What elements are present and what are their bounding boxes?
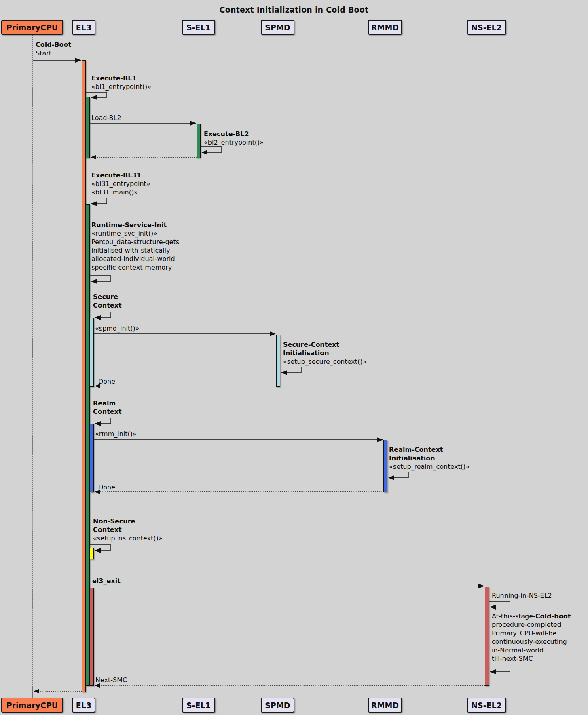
label-el3-exit: el3_exit — [92, 577, 121, 585]
label-next-smc: Next-SMC — [95, 676, 127, 684]
message-line: Percpu_data-structure-gets — [91, 238, 179, 246]
message-line: Start — [36, 49, 71, 57]
participant-el3-bottom: EL3 — [72, 698, 95, 713]
label-cold-boot-start: Cold-Boot Start — [36, 40, 71, 57]
message-line: till-next-SMC — [492, 654, 571, 663]
message-line: Context — [93, 407, 122, 416]
message-line: Realm-Context — [389, 445, 470, 454]
message-line: procedure-completed — [492, 620, 571, 629]
self-arrow-setup-secure — [280, 367, 301, 373]
message-line: Done — [98, 377, 115, 386]
message-line: At-this-stage-Cold-boot — [492, 612, 571, 620]
label-realm-context-init: Realm-Context Initialisation «setup_real… — [389, 445, 470, 471]
message-line: Primary_CPU-will-be — [492, 629, 571, 637]
message-line: Cold-Boot — [36, 40, 71, 49]
self-arrow-runtime-svc-init — [90, 276, 111, 281]
message-line: «setup_realm_context()» — [389, 462, 470, 471]
message-line: «bl1_entrypoint()» — [91, 82, 151, 91]
message-line: Done — [98, 483, 115, 491]
message-line: Execute-BL2 — [204, 130, 264, 138]
message-line-prefix: At-this-stage- — [492, 612, 535, 620]
message-line: continuously-executing — [492, 637, 571, 646]
label-execute-bl31: Execute-BL31 «bl31_entrypoint» «bl31_mai… — [91, 171, 150, 196]
message-line: el3_exit — [92, 577, 121, 585]
message-line: Load-BL2 — [91, 114, 121, 122]
label-load-bl2: Load-BL2 — [91, 114, 121, 122]
participant-ns-el2-bottom: NS-EL2 — [467, 698, 506, 713]
message-line: «rmm_init()» — [95, 430, 137, 438]
message-line: Initialisation — [283, 349, 366, 357]
message-line: Context — [93, 301, 122, 310]
label-cold-boot-done: At-this-stage-Cold-boot procedure-comple… — [492, 612, 571, 663]
message-line: «bl2_entrypoint()» — [204, 138, 264, 147]
label-done-secure: Done — [98, 377, 115, 386]
message-line-bold: Cold-boot — [535, 612, 571, 620]
participant-spmd-bottom: SPMD — [261, 698, 294, 713]
label-ns-context: Non-Secure Context «setup_ns_context()» — [93, 517, 163, 542]
message-line: Context — [93, 525, 163, 534]
message-line: «setup_ns_context()» — [93, 534, 163, 542]
self-arrow-ns-context — [90, 545, 111, 550]
message-line: Runtime-Service-Init — [91, 221, 179, 229]
message-line: Running-in-NS-EL2 — [492, 591, 552, 600]
message-line: initialised-with-statically — [91, 246, 179, 255]
message-line: Execute-BL1 — [91, 74, 151, 82]
message-line: «bl31_main()» — [91, 188, 150, 196]
message-line: Next-SMC — [95, 676, 127, 684]
self-arrow-running-ns-el2 — [489, 601, 510, 607]
label-execute-bl2: Execute-BL2 «bl2_entrypoint()» — [204, 130, 264, 147]
message-line: allocated-individual-world — [91, 255, 179, 263]
message-line: «spmd_init()» — [95, 324, 140, 333]
self-arrow-execute-bl2 — [201, 147, 222, 152]
label-rmm-init: «rmm_init()» — [95, 430, 137, 438]
message-line: Realm — [93, 399, 122, 407]
self-arrow-realm-context — [90, 418, 111, 424]
self-arrow-cold-boot-done — [489, 666, 510, 672]
message-line: «bl31_entrypoint» — [91, 179, 150, 188]
message-line: «setup_secure_context()» — [283, 357, 366, 366]
message-line: «runtime_svc_init()» — [91, 229, 179, 238]
participant-primarycpu-bottom: PrimaryCPU — [1, 698, 63, 713]
label-done-realm: Done — [98, 483, 115, 491]
self-arrow-execute-bl1 — [86, 92, 107, 97]
label-realm-context: Realm Context — [93, 399, 122, 416]
participant-rmmd-bottom: RMMD — [368, 698, 402, 713]
self-arrow-setup-realm — [387, 472, 408, 478]
label-secure-context: Secure Context — [93, 293, 122, 310]
message-line: Non-Secure — [93, 517, 163, 525]
label-running-ns-el2: Running-in-NS-EL2 — [492, 591, 552, 600]
message-line: in-Normal-world — [492, 646, 571, 654]
message-line: Secure-Context — [283, 340, 366, 349]
label-spmd-init: «spmd_init()» — [95, 324, 140, 333]
label-secure-context-init: Secure-Context Initialisation «setup_sec… — [283, 340, 366, 366]
sequence-diagram: Context Initialization in Cold Boot Prim… — [0, 0, 588, 715]
label-execute-bl1: Execute-BL1 «bl1_entrypoint()» — [91, 74, 151, 91]
self-arrow-execute-bl31 — [86, 198, 107, 204]
participant-s-el1-bottom: S-EL1 — [182, 698, 215, 713]
self-arrow-secure-context — [90, 312, 111, 318]
message-line: Initialisation — [389, 454, 470, 462]
message-line: Secure — [93, 293, 122, 301]
message-line: specific-context-memory — [91, 263, 179, 272]
label-runtime-service-init: Runtime-Service-Init «runtime_svc_init()… — [91, 221, 179, 272]
message-line: Execute-BL31 — [91, 171, 150, 179]
